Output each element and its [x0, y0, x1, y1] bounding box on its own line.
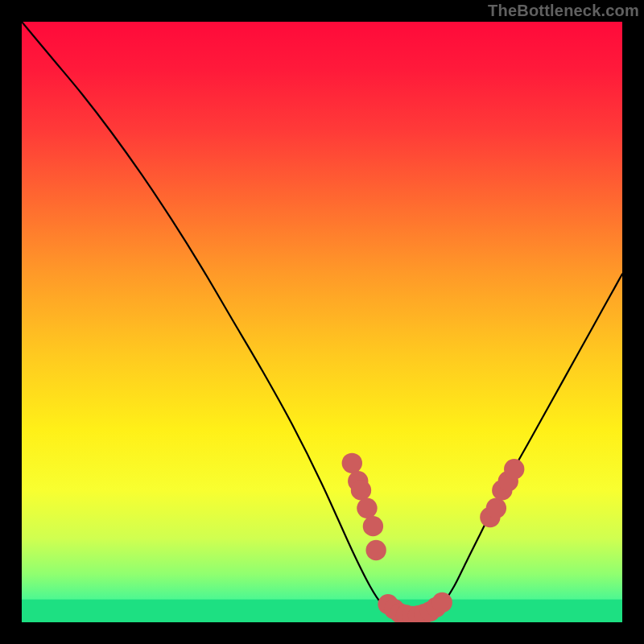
- gradient-background: [22, 22, 622, 622]
- watermark-text: TheBottleneck.com: [488, 2, 639, 20]
- marker-dot: [351, 480, 371, 500]
- bottleneck-chart: [22, 22, 622, 622]
- marker-dot: [357, 498, 377, 518]
- chart-container: [22, 22, 622, 622]
- marker-dot: [432, 592, 452, 613]
- marker-dot: [504, 459, 524, 479]
- marker-dot: [365, 540, 386, 560]
- green-bottom-band: [22, 600, 622, 622]
- marker-dot: [486, 498, 506, 518]
- marker-dot: [342, 453, 362, 473]
- marker-dot: [363, 516, 383, 536]
